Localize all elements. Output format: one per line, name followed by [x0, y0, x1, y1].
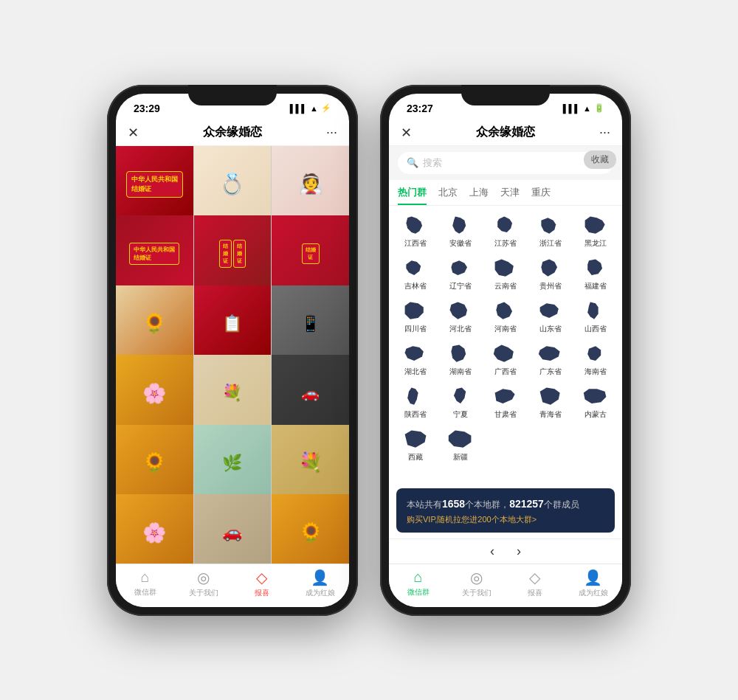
close-icon-left[interactable]: ✕ [128, 125, 139, 141]
tab-about-left[interactable]: ◎ 关于我们 [174, 569, 232, 598]
tab-hotgroup[interactable]: 热门群 [398, 180, 427, 205]
photo-14[interactable]: 🌿 [194, 425, 272, 502]
wifi-icon: ▲ [310, 104, 318, 113]
label-jiangsu: 江苏省 [494, 238, 517, 249]
tab-bar-right: ⌂ 微信群 ◎ 关于我们 ◇ 报喜 👤 成为红娘 [389, 564, 622, 607]
label-neimenggu: 内蒙古 [584, 409, 607, 420]
province-xinjiang[interactable]: 新疆 [440, 426, 482, 465]
province-guangxi[interactable]: 广西省 [485, 340, 527, 380]
photo-5[interactable]: 结婚证 结婚证 [194, 215, 272, 293]
label-zhejiang: 浙江省 [539, 238, 562, 249]
photo-17[interactable]: 🚗 [194, 494, 272, 564]
province-ningxia[interactable]: 宁夏 [440, 383, 482, 423]
photo-7[interactable]: 🌻 [116, 285, 193, 363]
map-neimenggu [582, 386, 609, 408]
nav-bar-right: ✕ 众余缘婚恋 ··· [389, 120, 622, 146]
tab-baoji-left[interactable]: ◇ 报喜 [232, 569, 291, 598]
tab-weixin-right[interactable]: ⌂ 微信群 [389, 569, 447, 598]
province-hainan[interactable]: 海南省 [574, 340, 616, 380]
signal-icon-right: ▌▌▌ [563, 104, 580, 113]
tab-chongqing[interactable]: 重庆 [531, 180, 551, 205]
next-page-arrow[interactable]: › [517, 544, 521, 559]
province-liaoning[interactable]: 辽宁省 [440, 254, 482, 294]
province-heilongjiang[interactable]: 黑龙江 [574, 212, 616, 252]
photo-12[interactable]: 🚗 [272, 355, 349, 432]
province-henan[interactable]: 河南省 [485, 297, 527, 337]
province-jilin[interactable]: 吉林省 [395, 254, 437, 294]
stats-vip-text[interactable]: 购买VIP,随机拉您进200个本地大群> [407, 514, 604, 525]
province-qinghai[interactable]: 青海省 [529, 383, 571, 423]
province-shandong[interactable]: 山东省 [529, 297, 571, 337]
photo-1[interactable]: 中华人民共和国结婚证 [116, 146, 193, 223]
more-icon-left[interactable]: ··· [326, 125, 337, 140]
tab-weixin-left[interactable]: ⌂ 微信群 [116, 569, 174, 598]
tab-shanghai[interactable]: 上海 [469, 180, 489, 205]
photo-9[interactable]: 📱 [272, 285, 349, 363]
province-hunan[interactable]: 湖南省 [440, 340, 482, 380]
photo-10[interactable]: 🌸 [116, 355, 193, 432]
stats-banner: 本站共有1658个本地群，821257个群成员 购买VIP,随机拉您进200个本… [396, 488, 615, 532]
tab-label-hongniang-left: 成为红娘 [306, 588, 335, 598]
more-icon-right[interactable]: ··· [599, 125, 610, 140]
photo-3[interactable]: 👰 [272, 146, 349, 223]
label-fujian: 福建省 [584, 281, 607, 291]
label-xinjiang: 新疆 [453, 452, 468, 462]
province-anhui[interactable]: 安徽省 [440, 212, 482, 252]
tab-label-weixin-left: 微信群 [134, 587, 156, 597]
battery-icon: ⚡ [321, 103, 331, 113]
province-fujian[interactable]: 福建省 [574, 254, 616, 294]
photo-18[interactable]: 🌻 [272, 494, 349, 564]
photo-6[interactable]: 结婚证 [272, 215, 349, 293]
label-anhui: 安徽省 [449, 238, 472, 249]
tab-hongniang-left[interactable]: 👤 成为红娘 [291, 569, 349, 598]
tab-beijing[interactable]: 北京 [438, 180, 458, 205]
label-hebei: 河北省 [449, 324, 472, 334]
province-guangdong[interactable]: 广东省 [529, 340, 571, 380]
province-zhejiang[interactable]: 浙江省 [529, 212, 571, 252]
photo-15[interactable]: 💐 [272, 425, 349, 502]
province-guizhou[interactable]: 贵州省 [529, 254, 571, 294]
stats-text: 本站共有1658个本地群，821257个群成员 [407, 496, 604, 512]
label-jilin: 吉林省 [404, 281, 427, 291]
stats-count: 1658 [442, 498, 465, 510]
status-icons-left: ▌▌▌ ▲ ⚡ [290, 103, 331, 113]
map-jilin [402, 257, 429, 280]
province-yunnan[interactable]: 云南省 [485, 254, 527, 294]
map-shandong [537, 300, 564, 322]
about-icon-left: ◎ [197, 569, 210, 586]
collect-button[interactable]: 收藏 [584, 150, 616, 169]
photo-13[interactable]: 🌻 [116, 425, 193, 502]
tab-baoji-right[interactable]: ◇ 报喜 [506, 569, 564, 598]
photo-11[interactable]: 💐 [194, 355, 272, 432]
province-sichuan[interactable]: 四川省 [395, 297, 437, 337]
close-icon-right[interactable]: ✕ [401, 125, 412, 141]
province-xizang[interactable]: 西藏 [395, 426, 437, 465]
label-guizhou: 贵州省 [539, 281, 562, 291]
photo-4[interactable]: 中华人民共和国结婚证 [116, 215, 193, 293]
tab-about-right[interactable]: ◎ 关于我们 [447, 569, 506, 598]
province-hubei[interactable]: 湖北省 [395, 340, 437, 380]
province-neimenggu[interactable]: 内蒙古 [574, 383, 616, 423]
left-phone: 23:29 ▌▌▌ ▲ ⚡ ✕ 众余缘婚恋 ··· 中华人民共和国结婚证 [107, 85, 358, 616]
tab-hongniang-right[interactable]: 👤 成为红娘 [564, 569, 622, 598]
province-shaanxi[interactable]: 陕西省 [395, 383, 437, 423]
prev-page-arrow[interactable]: ‹ [490, 544, 494, 559]
wifi-icon-right: ▲ [583, 104, 591, 113]
tab-label-baoji-right: 报喜 [528, 588, 542, 598]
photo-2[interactable]: 💍 [194, 146, 272, 223]
photo-8[interactable]: 📋 [194, 285, 272, 363]
photo-grid: 中华人民共和国结婚证 💍 👰 中华人民共和国结婚证 [116, 146, 349, 564]
photo-16[interactable]: 🌸 [116, 494, 193, 564]
province-hebei[interactable]: 河北省 [440, 297, 482, 337]
label-ningxia: 宁夏 [453, 409, 468, 420]
province-jiangxi[interactable]: 江西省 [395, 212, 437, 252]
label-xizang: 西藏 [408, 452, 423, 462]
province-jiangsu[interactable]: 江苏省 [485, 212, 527, 252]
map-gansu [492, 386, 519, 408]
province-shanxi[interactable]: 山西省 [574, 297, 616, 337]
tab-tianjin[interactable]: 天津 [500, 180, 520, 205]
province-gansu[interactable]: 甘肃省 [485, 383, 527, 423]
map-anhui [447, 215, 474, 237]
notch-left [188, 85, 277, 105]
map-fujian [582, 257, 609, 280]
